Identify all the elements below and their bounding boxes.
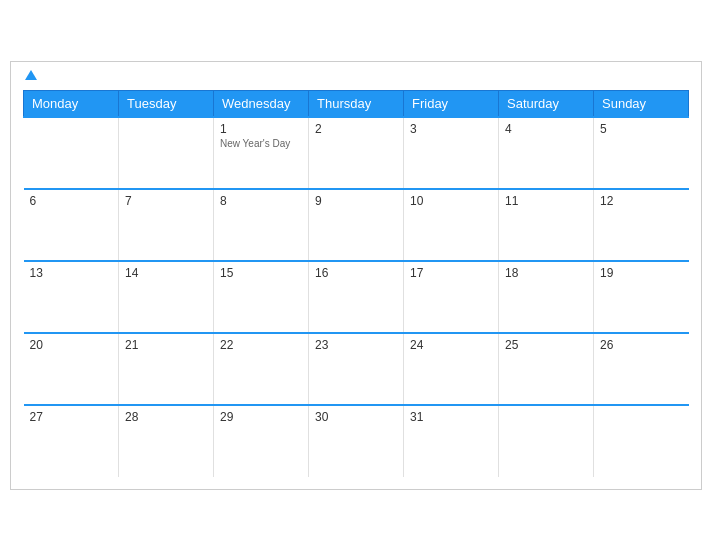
day-cell: 25 <box>499 333 594 405</box>
day-number: 6 <box>30 194 113 208</box>
day-cell: 19 <box>594 261 689 333</box>
day-number: 21 <box>125 338 207 352</box>
day-number: 7 <box>125 194 207 208</box>
day-cell: 21 <box>119 333 214 405</box>
day-number: 17 <box>410 266 492 280</box>
calendar: MondayTuesdayWednesdayThursdayFridaySatu… <box>10 61 702 490</box>
day-number: 4 <box>505 122 587 136</box>
day-cell: 23 <box>309 333 404 405</box>
day-number: 3 <box>410 122 492 136</box>
day-number: 20 <box>30 338 113 352</box>
day-number: 9 <box>315 194 397 208</box>
day-number: 23 <box>315 338 397 352</box>
day-number: 25 <box>505 338 587 352</box>
day-cell: 26 <box>594 333 689 405</box>
day-cell: 16 <box>309 261 404 333</box>
day-number: 11 <box>505 194 587 208</box>
week-row-3: 13141516171819 <box>24 261 689 333</box>
calendar-header <box>23 72 689 82</box>
day-number: 28 <box>125 410 207 424</box>
weekday-header-row: MondayTuesdayWednesdayThursdayFridaySatu… <box>24 90 689 117</box>
day-cell: 20 <box>24 333 119 405</box>
logo-triangle-icon <box>25 70 37 80</box>
day-cell: 7 <box>119 189 214 261</box>
day-number: 8 <box>220 194 302 208</box>
day-cell: 10 <box>404 189 499 261</box>
day-event: New Year's Day <box>220 138 302 149</box>
day-cell: 14 <box>119 261 214 333</box>
day-cell: 1New Year's Day <box>214 117 309 189</box>
day-cell: 13 <box>24 261 119 333</box>
day-cell <box>119 117 214 189</box>
day-number: 18 <box>505 266 587 280</box>
day-number: 24 <box>410 338 492 352</box>
day-cell: 8 <box>214 189 309 261</box>
day-cell: 9 <box>309 189 404 261</box>
day-cell: 18 <box>499 261 594 333</box>
day-cell: 24 <box>404 333 499 405</box>
day-cell: 22 <box>214 333 309 405</box>
day-cell: 11 <box>499 189 594 261</box>
week-row-1: 1New Year's Day2345 <box>24 117 689 189</box>
day-number: 22 <box>220 338 302 352</box>
day-cell <box>594 405 689 477</box>
day-number: 15 <box>220 266 302 280</box>
week-row-5: 2728293031 <box>24 405 689 477</box>
day-number: 13 <box>30 266 113 280</box>
day-number: 1 <box>220 122 302 136</box>
weekday-header-sunday: Sunday <box>594 90 689 117</box>
logo <box>23 72 37 82</box>
day-number: 27 <box>30 410 113 424</box>
day-cell: 15 <box>214 261 309 333</box>
day-cell: 5 <box>594 117 689 189</box>
day-number: 12 <box>600 194 683 208</box>
day-cell: 31 <box>404 405 499 477</box>
day-cell: 6 <box>24 189 119 261</box>
day-cell: 28 <box>119 405 214 477</box>
day-number: 10 <box>410 194 492 208</box>
weekday-header-tuesday: Tuesday <box>119 90 214 117</box>
day-cell: 4 <box>499 117 594 189</box>
day-number: 19 <box>600 266 683 280</box>
day-number: 31 <box>410 410 492 424</box>
calendar-body: 1New Year's Day2345678910111213141516171… <box>24 117 689 477</box>
day-cell: 29 <box>214 405 309 477</box>
weekday-header-saturday: Saturday <box>499 90 594 117</box>
weekday-header-monday: Monday <box>24 90 119 117</box>
day-number: 30 <box>315 410 397 424</box>
day-number: 2 <box>315 122 397 136</box>
day-number: 14 <box>125 266 207 280</box>
calendar-table: MondayTuesdayWednesdayThursdayFridaySatu… <box>23 90 689 477</box>
day-cell <box>499 405 594 477</box>
day-cell: 2 <box>309 117 404 189</box>
day-cell: 3 <box>404 117 499 189</box>
weekday-header-friday: Friday <box>404 90 499 117</box>
day-cell: 27 <box>24 405 119 477</box>
week-row-2: 6789101112 <box>24 189 689 261</box>
day-number: 16 <box>315 266 397 280</box>
weekday-header-wednesday: Wednesday <box>214 90 309 117</box>
day-cell: 17 <box>404 261 499 333</box>
week-row-4: 20212223242526 <box>24 333 689 405</box>
day-cell <box>24 117 119 189</box>
day-number: 29 <box>220 410 302 424</box>
day-number: 5 <box>600 122 683 136</box>
day-number: 26 <box>600 338 683 352</box>
day-cell: 12 <box>594 189 689 261</box>
day-cell: 30 <box>309 405 404 477</box>
weekday-header-thursday: Thursday <box>309 90 404 117</box>
